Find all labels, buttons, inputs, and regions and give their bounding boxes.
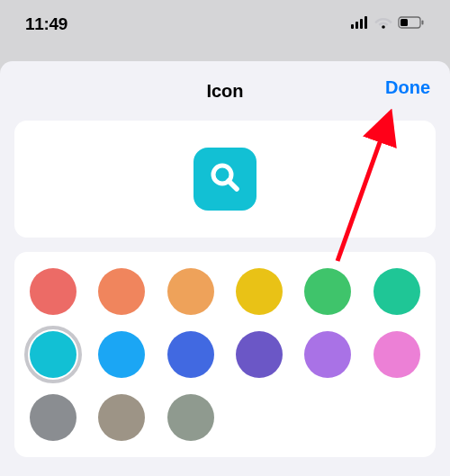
color-grid [27, 268, 423, 441]
svg-point-4 [382, 25, 385, 29]
svg-line-9 [229, 181, 237, 189]
status-time: 11:49 [25, 14, 68, 34]
svg-rect-6 [422, 21, 424, 25]
icon-picker-sheet: Icon Done [0, 61, 450, 476]
color-palette-card [14, 252, 436, 457]
search-icon [207, 159, 243, 199]
color-swatch-4[interactable] [304, 268, 351, 315]
icon-preview-card [14, 121, 436, 238]
svg-rect-1 [356, 22, 358, 29]
svg-rect-2 [360, 19, 363, 29]
color-swatch-12[interactable] [30, 394, 76, 441]
icon-preview-tile[interactable] [194, 148, 256, 211]
svg-rect-7 [400, 19, 408, 26]
wifi-icon [374, 16, 392, 32]
color-swatch-6[interactable] [30, 331, 76, 378]
status-bar: 11:49 [0, 0, 450, 45]
cellular-icon [351, 16, 369, 32]
battery-icon [398, 16, 425, 32]
color-swatch-7[interactable] [98, 331, 145, 378]
sheet-title: Icon [206, 81, 243, 102]
color-swatch-14[interactable] [167, 394, 214, 441]
color-swatch-0[interactable] [30, 268, 76, 315]
svg-rect-3 [364, 16, 367, 29]
color-swatch-2[interactable] [167, 268, 214, 315]
status-indicators [351, 16, 425, 32]
color-swatch-5[interactable] [374, 268, 420, 315]
svg-rect-0 [351, 24, 354, 29]
color-swatch-8[interactable] [167, 331, 214, 378]
done-button[interactable]: Done [385, 77, 430, 98]
color-swatch-10[interactable] [304, 331, 351, 378]
color-swatch-11[interactable] [374, 331, 420, 378]
sheet-header: Icon Done [14, 77, 436, 104]
color-swatch-3[interactable] [236, 268, 283, 315]
color-swatch-9[interactable] [236, 331, 283, 378]
color-swatch-1[interactable] [98, 268, 145, 315]
color-swatch-13[interactable] [98, 394, 145, 441]
